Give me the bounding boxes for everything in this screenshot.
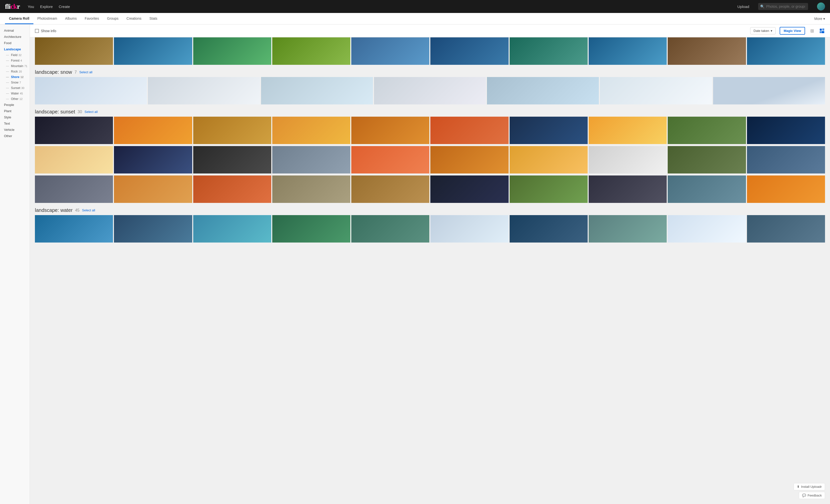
sidebar-item-animal[interactable]: Animal [0,27,30,34]
photo-thumb[interactable] [193,146,271,173]
sidebar-item-landscape[interactable]: Landscape [0,46,30,52]
photo-thumb[interactable] [351,116,429,144]
photo-thumb[interactable] [351,175,429,203]
photo-thumb[interactable] [668,116,746,144]
photo-thumb[interactable] [589,215,667,242]
sidebar-item-vehicle[interactable]: Vehicle [0,127,30,133]
upload-button[interactable]: Upload [737,4,749,9]
photo-thumb[interactable] [487,77,599,104]
sidebar-sub-water[interactable]: — Water 45 [0,91,30,96]
more-button[interactable]: More ▾ [814,17,825,21]
photo-thumb[interactable] [351,215,429,242]
photo-thumb[interactable] [589,37,667,65]
sidebar-item-people[interactable]: People [0,102,30,108]
tab-groups[interactable]: Groups [103,13,122,24]
nav-explore[interactable]: Explore [40,4,53,9]
sidebar-item-architecture[interactable]: Architecture [0,34,30,40]
photo-thumb[interactable] [430,175,508,203]
photo-thumb[interactable] [351,37,429,65]
sidebar-sub-shore[interactable]: — Shore 12 [0,74,30,80]
photo-thumb[interactable] [35,37,113,65]
sidebar-item-style[interactable]: Style [0,114,30,121]
sidebar-sub-field[interactable]: — Field 32 [0,52,30,58]
photo-thumb[interactable] [193,37,271,65]
photo-thumb[interactable] [747,37,825,65]
magic-view-icon[interactable] [819,28,825,34]
flickr-logo[interactable]: flickr [5,2,20,10]
photo-thumb[interactable] [747,175,825,203]
photo-thumb[interactable] [747,215,825,242]
photo-thumb[interactable] [668,175,746,203]
photo-thumb[interactable] [430,146,508,173]
photo-thumb[interactable] [430,215,508,242]
photo-thumb[interactable] [430,116,508,144]
photo-thumb[interactable] [510,175,588,203]
photo-thumb[interactable] [351,146,429,173]
photo-thumb[interactable] [193,116,271,144]
tab-stats[interactable]: Stats [146,13,161,24]
tab-creations[interactable]: Creations [122,13,146,24]
photo-thumb[interactable] [114,37,192,65]
photo-thumb[interactable] [35,175,113,203]
photo-thumb[interactable] [600,77,712,104]
photo-thumb[interactable] [193,175,271,203]
sunset-select-all[interactable]: Select all [85,110,98,114]
photo-thumb[interactable] [114,146,192,173]
photo-thumb[interactable] [114,175,192,203]
photo-thumb[interactable] [510,215,588,242]
photo-thumb[interactable] [35,215,113,242]
sidebar-item-other[interactable]: Other [0,133,30,139]
magic-view-button[interactable]: Magic View [779,27,805,35]
photo-thumb[interactable] [261,77,373,104]
feedback-button[interactable]: 💬 Feedback [799,492,825,499]
sidebar-sub-rock[interactable]: — Rock 20 [0,69,30,74]
nav-you[interactable]: You [28,4,34,9]
nav-create[interactable]: Create [59,4,70,9]
photo-thumb[interactable] [35,116,113,144]
date-taken-button[interactable]: Date taken ▾ [750,27,776,34]
tab-photostream[interactable]: Photostream [33,13,61,24]
photo-thumb[interactable] [35,146,113,173]
sidebar-sub-mountain[interactable]: — Mountain 71 [0,63,30,69]
photo-thumb[interactable] [589,146,667,173]
photo-thumb[interactable] [668,37,746,65]
photo-thumb[interactable] [272,175,350,203]
photo-thumb[interactable] [272,146,350,173]
photo-thumb[interactable] [148,77,260,104]
photo-thumb[interactable] [374,77,486,104]
sidebar-sub-sunset[interactable]: — Sunset 30 [0,85,30,91]
photo-thumb[interactable] [713,77,825,104]
photo-thumb[interactable] [35,77,147,104]
sidebar-item-food[interactable]: Food [0,40,30,46]
photo-thumb[interactable] [114,116,192,144]
tab-camera-roll[interactable]: Camera Roll [5,13,33,24]
water-select-all[interactable]: Select all [82,208,95,212]
photo-thumb[interactable] [272,116,350,144]
tab-favorites[interactable]: Favorites [81,13,103,24]
search-input[interactable] [758,3,808,10]
photo-thumb[interactable] [747,116,825,144]
photo-thumb[interactable] [510,37,588,65]
photo-thumb[interactable] [510,116,588,144]
photo-thumb[interactable] [193,215,271,242]
photo-thumb[interactable] [114,215,192,242]
sidebar-sub-snow[interactable]: — Snow 7 [0,80,30,85]
avatar[interactable] [817,2,825,10]
show-info-checkbox[interactable] [35,29,39,33]
sidebar-sub-forest[interactable]: — Forest 4 [0,58,30,63]
photo-thumb[interactable] [589,116,667,144]
snow-select-all[interactable]: Select all [79,70,93,74]
sidebar-item-text[interactable]: Text [0,121,30,127]
photo-thumb[interactable] [510,146,588,173]
grid-view-icon[interactable]: ⊞ [809,28,815,34]
sidebar-sub-other-landscape[interactable]: — Other 12 [0,96,30,102]
sidebar-item-plant[interactable]: Plant [0,108,30,114]
photo-thumb[interactable] [272,37,350,65]
photo-thumb[interactable] [589,175,667,203]
photo-thumb[interactable] [747,146,825,173]
photo-thumb[interactable] [430,37,508,65]
install-uploadr-button[interactable]: ⬆ Install Uploadr [794,483,825,490]
photo-thumb[interactable] [668,215,746,242]
tab-albums[interactable]: Albums [61,13,81,24]
photo-thumb[interactable] [272,215,350,242]
